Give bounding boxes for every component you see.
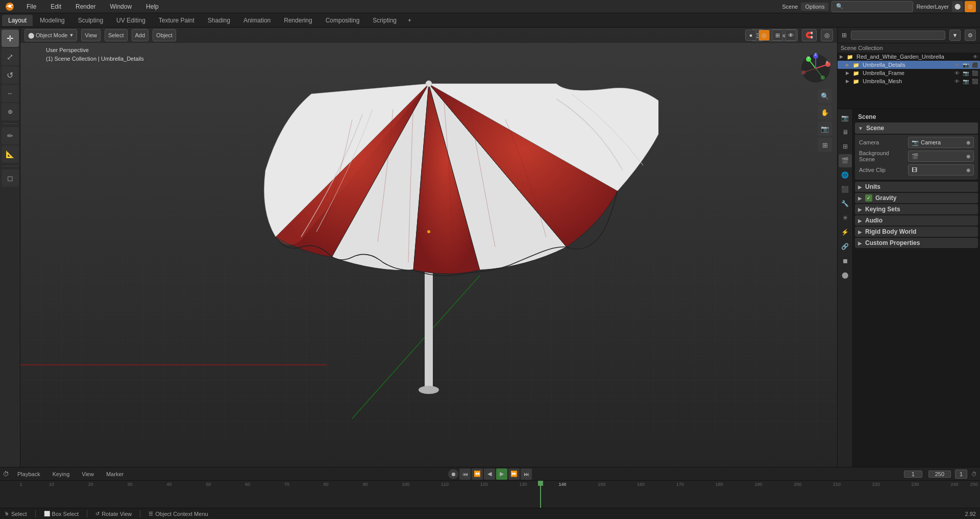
outliner-item-details[interactable]: ▶ 📁 Umbrella_Details 👁 📷 ⬛ (838, 61, 980, 69)
prop-particles-icon[interactable]: ✳ (839, 211, 852, 225)
outliner-eye-1[interactable]: 👁 (954, 62, 960, 68)
tab-animation[interactable]: Animation (237, 15, 277, 26)
snap-toggle[interactable]: 🧲 (802, 29, 817, 41)
vp-solid-icon[interactable]: ⬤ (952, 1, 963, 12)
prop-render-icon[interactable]: 📷 (839, 111, 852, 125)
prop-modifier-icon[interactable]: 🔧 (839, 197, 852, 210)
object-menu[interactable]: Object (153, 29, 176, 41)
play-forward-button[interactable]: ▶ (496, 468, 507, 480)
tab-scripting[interactable]: Scripting (366, 15, 403, 26)
vp-zoom-in[interactable]: 🔍 (818, 89, 832, 103)
outliner-search-input[interactable] (851, 31, 945, 40)
outliner-render-1[interactable]: ⬛ (972, 62, 978, 68)
rigid-body-header[interactable]: ▶ Rigid Body World (855, 227, 978, 237)
keying-sets-header[interactable]: ▶ Keying Sets (855, 204, 978, 214)
tl-marker-btn[interactable]: Marker (102, 470, 128, 478)
tab-sculpting[interactable]: Sculpting (72, 15, 109, 26)
step-forward-button[interactable]: ⏩ (508, 468, 520, 480)
jump-start-button[interactable]: ⏮ (459, 468, 471, 480)
audio-section-header[interactable]: ▶ Audio (855, 215, 978, 226)
proportional-toggle[interactable]: ◎ (821, 29, 833, 41)
record-button[interactable]: ⏺ (448, 469, 458, 479)
vp-hand[interactable]: ✋ (818, 105, 832, 119)
custom-props-header[interactable]: ▶ Custom Properties (855, 238, 978, 248)
end-frame-input[interactable] (928, 471, 951, 478)
start-frame-input[interactable] (904, 471, 922, 478)
prop-data-icon[interactable]: ◼ (839, 254, 852, 267)
options-label[interactable]: Options (801, 3, 828, 11)
tool-rotate[interactable]: ↺ (2, 66, 19, 84)
outliner-options[interactable]: ⚙ (965, 30, 976, 41)
viewport-3d[interactable]: X Y Z 🔍 ✋ 📷 ⊞ (20, 28, 837, 467)
prop-world-icon[interactable]: 🌐 (839, 168, 852, 182)
outliner-item-frame[interactable]: ▶ 📁 Umbrella_Frame 👁 📷 ⬛ (838, 69, 980, 77)
select-menu[interactable]: Select (105, 29, 128, 41)
viewport-overlays[interactable]: ⊞ (772, 30, 783, 41)
keying-tab[interactable]: Keying (48, 470, 74, 478)
prop-output-icon[interactable]: 🖥 (839, 126, 852, 139)
prop-constraints-icon[interactable]: 🔗 (839, 240, 852, 253)
vp-material-icon[interactable]: ◎ (965, 1, 976, 12)
tool-move[interactable]: ⤢ (2, 48, 19, 65)
units-section-header[interactable]: ▶ Units (855, 182, 978, 192)
prop-physics-icon[interactable]: ⚡ (839, 226, 852, 239)
tool-add-cube[interactable]: ◻ (2, 169, 19, 187)
outliner-render-3[interactable]: ⬛ (972, 79, 978, 84)
gravity-section-header[interactable]: ▶ ✓ Gravity (855, 193, 978, 203)
blender-logo[interactable] (4, 1, 15, 12)
active-clip-expand[interactable]: ⊕ (966, 167, 970, 173)
prop-viewlayer-icon[interactable]: ⊞ (839, 140, 852, 153)
outliner-cam-3[interactable]: 📷 (963, 79, 969, 84)
viewport-shading-material[interactable]: ◎ (758, 30, 770, 41)
current-frame-display[interactable]: 1 (955, 469, 967, 479)
tab-shading[interactable]: Shading (202, 15, 236, 26)
prop-scene-icon[interactable]: 🎬 (839, 154, 852, 167)
mode-selector[interactable]: ⬤ Object Mode ▼ (24, 29, 77, 41)
tool-measure[interactable]: 📐 (2, 145, 19, 163)
outliner-item-mesh[interactable]: ▶ 📁 Umbrella_Mesh 👁 📷 ⬛ (838, 77, 980, 85)
timeline-ruler[interactable]: 1 10 20 30 40 50 60 70 80 90 100 110 120… (0, 481, 980, 508)
outliner-eye-3[interactable]: 👁 (954, 79, 960, 84)
bg-scene-value[interactable]: 🎬 ⊕ (908, 151, 974, 162)
tool-scale[interactable]: ↔ (2, 85, 19, 102)
vp-camera[interactable]: 📷 (818, 121, 832, 136)
add-workspace-button[interactable]: + (404, 16, 415, 25)
menu-edit[interactable]: Edit (47, 2, 64, 11)
active-clip-value[interactable]: 🎞 ⊕ (908, 164, 974, 176)
tab-compositing[interactable]: Compositing (320, 15, 366, 26)
tool-cursor[interactable]: ✛ (2, 30, 19, 47)
vp-grid[interactable]: ⊞ (818, 138, 832, 152)
menu-render[interactable]: Render (72, 2, 99, 11)
viewport-gizmo[interactable]: X Y Z (800, 53, 831, 84)
tl-view-btn[interactable]: View (78, 470, 98, 478)
tab-texture-paint[interactable]: Texture Paint (153, 15, 201, 26)
prop-material-icon[interactable]: ⬤ (839, 268, 852, 282)
outliner-cam-1[interactable]: 📷 (963, 62, 969, 68)
viewport-shading-solid[interactable]: ● (745, 30, 756, 41)
outliner-cam-2[interactable]: 📷 (963, 70, 969, 76)
tool-annotate[interactable]: ✏ (2, 127, 19, 144)
outliner-eye-2[interactable]: 👁 (954, 70, 960, 76)
menu-window[interactable]: Window (107, 2, 135, 11)
tab-uv-editing[interactable]: UV Editing (110, 15, 152, 26)
playback-tab[interactable]: Playback (13, 470, 44, 478)
jump-end-button[interactable]: ⏭ (521, 468, 532, 480)
tab-rendering[interactable]: Rendering (278, 15, 318, 26)
view-menu[interactable]: View (81, 29, 101, 41)
add-menu[interactable]: Add (132, 29, 149, 41)
viewport-gizmos[interactable]: 👁 (785, 30, 796, 41)
scene-section-header[interactable]: ▼ Scene (855, 122, 978, 134)
tool-transform[interactable]: ⊕ (2, 103, 19, 120)
camera-value[interactable]: 📷 Camera ⊕ (908, 137, 974, 148)
prop-object-icon[interactable]: ⬛ (839, 183, 852, 196)
bg-scene-expand[interactable]: ⊕ (966, 154, 970, 159)
outliner-render-2[interactable]: ⬛ (972, 70, 978, 76)
menu-file[interactable]: File (23, 2, 39, 11)
tab-modeling[interactable]: Modeling (34, 15, 71, 26)
gravity-checkbox[interactable]: ✓ (865, 194, 872, 202)
tab-layout[interactable]: Layout (2, 15, 33, 26)
menu-help[interactable]: Help (143, 2, 162, 11)
outliner-item-root[interactable]: ▶ 📁 Red_and_White_Garden_Umbrella 👁 (838, 53, 980, 61)
camera-expand[interactable]: ⊕ (966, 140, 970, 145)
outliner-filter-btn[interactable]: ▼ (949, 30, 961, 41)
